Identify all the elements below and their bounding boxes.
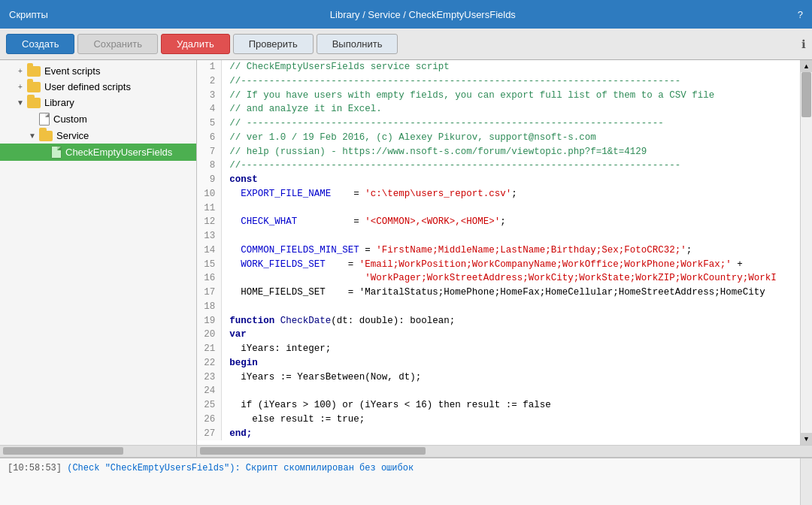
line-code: // ver 1.0 / 19 Feb 2016, (c) Alexey Pik… <box>222 131 800 145</box>
scroll-up-button[interactable]: ▲ <box>801 60 812 72</box>
expand-icon <box>39 147 50 158</box>
sidebar-item-custom[interactable]: Custom <box>0 110 196 128</box>
horizontal-scrollbar-area <box>0 445 812 457</box>
user-defined-label: User defined scripts <box>44 81 131 92</box>
scroll-thumb[interactable] <box>801 72 811 117</box>
expand-icon: + <box>15 82 26 92</box>
table-row: 13 <box>197 229 800 243</box>
info-icon[interactable]: ℹ <box>801 38 806 51</box>
line-code: //--------------------------------------… <box>222 74 800 89</box>
app-name: Скрипты <box>9 9 48 20</box>
console-message: (Check "CheckEmptyUsersFields"): Скрипт … <box>62 463 414 473</box>
line-number: 17 <box>197 286 222 300</box>
console-vertical-scrollbar[interactable] <box>800 458 812 505</box>
main-area: + Event scripts + User defined scripts ▼… <box>0 60 812 445</box>
line-number: 9 <box>197 173 222 187</box>
line-code <box>222 300 800 314</box>
line-number: 18 <box>197 300 222 314</box>
vertical-scrollbar[interactable]: ▲ ▼ <box>800 60 812 445</box>
toolbar: Создать Сохранить Удалить Проверить Выпо… <box>0 29 812 60</box>
line-code: var <box>222 328 800 342</box>
code-scroll[interactable]: 1// CheckEmptyUsersFields service script… <box>197 60 800 445</box>
table-row: 23 iYears := YearsBetween(Now, dt); <box>197 370 800 385</box>
code-scroll-thumb[interactable] <box>200 447 426 455</box>
line-number: 13 <box>197 229 222 243</box>
line-code: // CheckEmptyUsersFields service script <box>222 60 800 74</box>
breadcrumb: Library / Service / CheckEmptyUsersField… <box>330 9 516 20</box>
console-timestamp: [10:58:53] <box>8 463 62 473</box>
table-row: 27end; <box>197 427 800 441</box>
create-button[interactable]: Создать <box>6 34 74 54</box>
table-row: 9const <box>197 173 800 187</box>
folder-open-icon <box>27 98 41 108</box>
line-number: 8 <box>197 159 222 173</box>
line-code: 'WorkPager;WorkStreetAddress;WorkCity;Wo… <box>222 271 800 286</box>
line-number: 16 <box>197 271 222 286</box>
help-button[interactable]: ? <box>798 9 803 20</box>
table-row: 21 iYears: integer; <box>197 342 800 356</box>
scroll-down-button[interactable]: ▼ <box>801 433 812 445</box>
line-number: 4 <box>197 102 222 116</box>
table-row: 7// help (russian) - https://www.nsoft-s… <box>197 145 800 159</box>
line-number: 23 <box>197 370 222 385</box>
table-row: 3// If you have users with empty fields,… <box>197 89 800 103</box>
table-row: 16 'WorkPager;WorkStreetAddress;WorkCity… <box>197 271 800 286</box>
sidebar-item-event-scripts[interactable]: + Event scripts <box>0 63 196 79</box>
line-number: 5 <box>197 116 222 131</box>
check-button[interactable]: Проверить <box>233 34 314 54</box>
line-code: EXPORT_FILE_NAME = 'c:\temp\users_report… <box>222 187 800 201</box>
table-row: 10 EXPORT_FILE_NAME = 'c:\temp\users_rep… <box>197 187 800 201</box>
sidebar-horizontal-scrollbar[interactable] <box>0 446 197 457</box>
line-code: iYears := YearsBetween(Now, dt); <box>222 370 800 385</box>
line-number: 11 <box>197 201 222 216</box>
line-code: //--------------------------------------… <box>222 159 800 173</box>
line-code: COMMON_FIELDS_MIN_SET = 'FirstName;Middl… <box>222 243 800 258</box>
line-number: 20 <box>197 328 222 342</box>
line-number: 21 <box>197 342 222 356</box>
line-code: HOME_FIELDS_SET = 'MaritalStatus;HomePho… <box>222 286 800 300</box>
code-editor[interactable]: 1// CheckEmptyUsersFields service script… <box>197 60 800 445</box>
line-code: end; <box>222 427 800 441</box>
line-code: WORK_FIELDS_SET = 'Email;WorkPosition;Wo… <box>222 258 800 272</box>
active-script-label: CheckEmptyUsersFields <box>65 147 172 158</box>
custom-label: Custom <box>53 113 87 125</box>
line-number: 7 <box>197 145 222 159</box>
sidebar-item-service[interactable]: ▼ Service <box>0 128 196 144</box>
line-number: 6 <box>197 131 222 145</box>
sidebar-item-library[interactable]: ▼ Library <box>0 95 196 110</box>
scroll-track[interactable] <box>801 72 812 433</box>
line-number: 14 <box>197 243 222 258</box>
console-area: [10:58:53] (Check "CheckEmptyUsersFields… <box>0 457 812 505</box>
table-row: 6// ver 1.0 / 19 Feb 2016, (c) Alexey Pi… <box>197 131 800 145</box>
line-code: else result := true; <box>222 413 800 427</box>
line-code: const <box>222 173 800 187</box>
line-number: 19 <box>197 314 222 328</box>
code-horizontal-scrollbar[interactable] <box>197 446 812 457</box>
table-row: 11 <box>197 201 800 216</box>
line-number: 12 <box>197 215 222 229</box>
expand-icon <box>27 114 38 125</box>
run-button[interactable]: Выполнить <box>317 34 398 54</box>
event-scripts-label: Event scripts <box>44 65 100 77</box>
library-label: Library <box>44 97 74 108</box>
line-code: // help (russian) - https://www.nsoft-s.… <box>222 145 800 159</box>
table-row: 2//-------------------------------------… <box>197 74 800 89</box>
sidebar-item-active-script[interactable]: CheckEmptyUsersFields <box>0 144 196 161</box>
line-code: // If you have users with empty fields, … <box>222 89 800 103</box>
table-row: 15 WORK_FIELDS_SET = 'Email;WorkPosition… <box>197 258 800 272</box>
table-row: 12 CHECK_WHAT = '<COMMON>,<WORK>,<HOME>'… <box>197 215 800 229</box>
save-button[interactable]: Сохранить <box>77 34 158 54</box>
delete-button[interactable]: Удалить <box>161 34 230 54</box>
script-file-icon <box>51 146 62 159</box>
table-row: 20var <box>197 328 800 342</box>
sidebar-item-user-defined[interactable]: + User defined scripts <box>0 79 196 95</box>
line-code: iYears: integer; <box>222 342 800 356</box>
line-code: CHECK_WHAT = '<COMMON>,<WORK>,<HOME>'; <box>222 215 800 229</box>
line-number: 24 <box>197 384 222 398</box>
expand-icon: ▼ <box>27 131 38 141</box>
line-number: 1 <box>197 60 222 74</box>
sidebar-scroll-thumb[interactable] <box>3 447 123 455</box>
console-output: [10:58:53] (Check "CheckEmptyUsersFields… <box>0 458 800 505</box>
line-number: 26 <box>197 413 222 427</box>
sidebar: + Event scripts + User defined scripts ▼… <box>0 60 197 445</box>
